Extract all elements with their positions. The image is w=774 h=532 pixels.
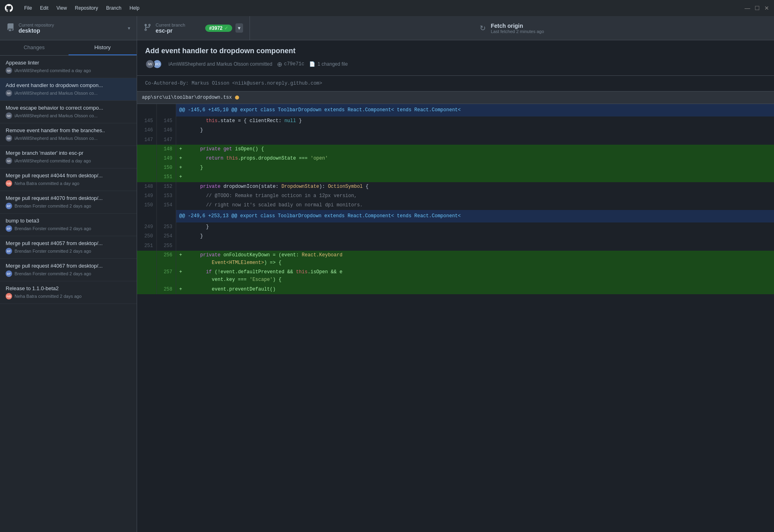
old-linenum: 148: [137, 182, 156, 191]
commit-avatar: iW: [6, 90, 12, 96]
titlebar: File Edit View Repository Branch Help — …: [0, 0, 774, 16]
old-linenum: 147: [137, 135, 156, 145]
commit-list-item[interactable]: Merge pull request #4067 from desktop/..…: [0, 259, 137, 281]
menu-branch[interactable]: Branch: [103, 4, 125, 12]
old-linenum: [137, 145, 156, 154]
diff-row-added: 148 + private get isOpen() {: [137, 145, 774, 154]
line-code: private dropdownIcon(state: DropdownStat…: [185, 182, 774, 191]
new-linenum: 254: [156, 232, 176, 241]
commit-list-item[interactable]: Merge pull request #4057 from desktop/..…: [0, 236, 137, 259]
branch-name: esc-pr: [156, 27, 200, 34]
github-logo-icon: [5, 4, 13, 12]
commit-body: Co-Authored-By: Markus Olsson <niik@user…: [137, 76, 774, 91]
line-code: [185, 135, 774, 145]
commit-list-item[interactable]: Remove event handler from the branches..…: [0, 123, 137, 146]
commit-avatar: BF: [6, 225, 12, 232]
old-linenum: [137, 268, 156, 285]
diff-row: 146 146 }: [137, 126, 774, 135]
new-linenum: 148: [156, 145, 176, 154]
menu-repository[interactable]: Repository: [72, 4, 101, 12]
titlebar-menu: File Edit View Repository Branch Help: [21, 4, 143, 12]
hunk-old-linenum: [137, 210, 156, 222]
hunk-new-linenum: [156, 210, 176, 222]
commit-list-item[interactable]: Merge pull request #4044 from desktop/..…: [0, 168, 137, 191]
hash-value: c79e71c: [284, 61, 304, 67]
checkmark-icon: ✓: [224, 25, 228, 31]
tab-changes[interactable]: Changes: [0, 40, 69, 55]
commit-author-text: Neha Batra committed a day ago: [15, 181, 79, 186]
tab-history[interactable]: History: [69, 40, 137, 55]
commit-item-meta: iWiAmWillShepherd and Markus Olsson co..…: [6, 135, 131, 141]
new-linenum: 150: [156, 163, 176, 172]
diff-row: 147 147: [137, 135, 774, 145]
new-linenum: 152: [156, 182, 176, 191]
diff-sign: [176, 191, 185, 201]
commit-author-text: Brendan Forster committed 2 days ago: [15, 271, 91, 276]
commit-list-item[interactable]: Merge branch 'master' into esc-priWiAmWi…: [0, 146, 137, 168]
line-code: this.state = { clientRect: null }: [185, 116, 774, 126]
commit-item-meta: iWiAmWillShepherd and Markus Olsson co..…: [6, 112, 131, 119]
current-branch-button[interactable]: Current branch esc-pr #3972 ✓ ▾: [137, 16, 250, 40]
commit-header: Add event handler to dropdown component …: [137, 40, 774, 76]
commit-author-text: iAmWillShepherd committed a day ago: [15, 68, 91, 73]
commit-list-item[interactable]: Appease linteriWiAmWillShepherd committe…: [0, 56, 137, 78]
diff-row-added: 150 + }: [137, 163, 774, 172]
commit-author-text: Neha Batra committed 2 days ago: [15, 294, 81, 299]
fetch-origin-button[interactable]: ↻ Fetch origin Last fetched 2 minutes ag…: [250, 16, 774, 40]
line-code: }: [185, 126, 774, 135]
diff-row: 249 253 }: [137, 222, 774, 232]
close-button[interactable]: ✕: [764, 6, 769, 10]
commit-item-meta: iWiAmWillShepherd committed a day ago: [6, 158, 131, 164]
maximize-button[interactable]: ☐: [755, 6, 759, 10]
diff-row: 250 254 }: [137, 232, 774, 241]
commit-list-item[interactable]: bump to beta3BFBrendan Forster committed…: [0, 214, 137, 236]
new-linenum: 154: [156, 201, 176, 210]
commit-item-meta: BFBrendan Forster committed 2 days ago: [6, 225, 131, 232]
commit-item-title: Remove event handler from the branches..: [6, 127, 131, 133]
commit-list-item[interactable]: Merge pull request #4070 from desktop/..…: [0, 191, 137, 214]
commit-item-title: Merge pull request #4067 from desktop/..…: [6, 263, 131, 269]
diff-file-header: app\src\ui\toolbar\dropdown.tsx: [137, 91, 774, 104]
diff-row: 150 154 // right now it's scaled badly o…: [137, 201, 774, 210]
branch-label: Current branch: [156, 23, 200, 27]
menu-help[interactable]: Help: [126, 4, 143, 12]
menu-edit[interactable]: Edit: [37, 4, 52, 12]
current-repo-button[interactable]: Current repository desktop ▾: [0, 16, 137, 40]
diff-row: 148 152 private dropdownIcon(state: Drop…: [137, 182, 774, 191]
branch-dropdown-button[interactable]: ▾: [235, 23, 243, 33]
new-linenum: 257: [156, 268, 176, 285]
commit-avatar: iW: [6, 135, 12, 141]
author-avatars: iW MO: [145, 59, 162, 69]
diff-sign: [176, 232, 185, 241]
diff-row: 251 255: [137, 241, 774, 251]
commit-list-item[interactable]: Add event handler to dropdown compon...i…: [0, 78, 137, 101]
minimize-button[interactable]: —: [745, 6, 750, 10]
commit-avatar: iW: [6, 112, 12, 119]
diff-row-added: 258 + event.preventDefault(): [137, 285, 774, 294]
menu-view[interactable]: View: [53, 4, 70, 12]
diff-sign: [176, 126, 185, 135]
new-linenum: 255: [156, 241, 176, 251]
commit-list-item[interactable]: Release to 1.1.0-beta2NBNeha Batra commi…: [0, 281, 137, 304]
main-panel: Add event handler to dropdown component …: [137, 40, 774, 532]
diff-sign: [176, 241, 185, 251]
commit-item-title: Appease linter: [6, 60, 131, 66]
diff-row-added: 149 + return this.props.dropdownState ==…: [137, 154, 774, 163]
pr-badge[interactable]: #3972 ✓: [205, 25, 232, 32]
line-code: [185, 241, 774, 251]
commit-item-meta: iWiAmWillShepherd and Markus Olsson co..…: [6, 90, 131, 96]
fetch-sub: Last fetched 2 minutes ago: [491, 29, 544, 34]
diff-table-1: @@ -145,6 +145,10 @@ export class Toolba…: [137, 104, 774, 294]
old-linenum: 249: [137, 222, 156, 232]
commit-list-item[interactable]: Move escape behavior to correct compo...…: [0, 101, 137, 123]
menu-file[interactable]: File: [21, 4, 35, 12]
hunk-old-linenum: [137, 104, 156, 116]
commit-item-title: Merge branch 'master' into esc-pr: [6, 150, 131, 156]
new-linenum: 256: [156, 251, 176, 268]
avatar-primary: iW: [145, 59, 155, 69]
commit-item-meta: BFBrendan Forster committed 2 days ago: [6, 270, 131, 277]
commit-author-text: iAmWillShepherd and Markus Olsson co...: [15, 136, 98, 141]
diff-sign: +: [176, 251, 185, 268]
changed-files-badge[interactable]: 📄 1 changed file: [309, 61, 348, 67]
toolbar: Current repository desktop ▾ Current bra…: [0, 16, 774, 40]
